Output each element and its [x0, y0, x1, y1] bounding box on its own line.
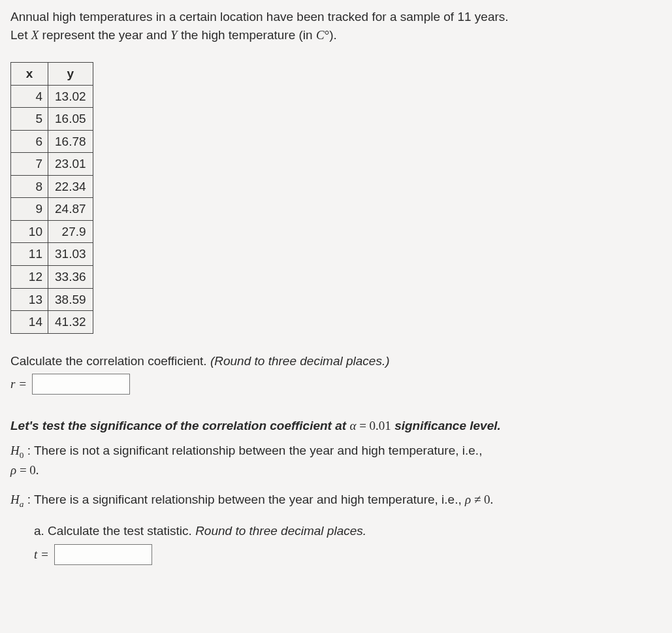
corr-prompt-text: Calculate the correlation coefficient. [10, 354, 210, 368]
cell-y: 33.36 [48, 266, 93, 289]
cell-y: 16.78 [48, 130, 93, 153]
corr-var: r = [10, 375, 27, 393]
ha-colon: : [24, 493, 34, 506]
intro-line2-d: ). [329, 28, 337, 42]
correlation-answer-row: r = [10, 374, 662, 395]
cell-y: 22.34 [48, 175, 93, 198]
t-var: t = [34, 545, 49, 564]
intro-line1: Annual high temperatures in a certain lo… [10, 10, 509, 24]
t-stat-answer-row: t = [34, 544, 662, 565]
table-row: 924.87 [11, 198, 93, 221]
unit-c: C [316, 28, 325, 42]
corr-eq: = [15, 377, 27, 391]
h0-sym: H [10, 444, 20, 457]
var-y: Y [170, 28, 178, 42]
null-hypothesis: H0 : There is not a significant relation… [10, 442, 662, 479]
intro-line2-b: represent the year and [39, 28, 170, 42]
table-row: 1131.03 [11, 243, 93, 266]
cell-y: 24.87 [48, 198, 93, 221]
col-header-x: x [11, 63, 48, 86]
h0-eq: = [16, 463, 29, 477]
ha-rho: ρ [465, 493, 471, 506]
cell-x: 12 [11, 266, 48, 289]
h0-colon: : [24, 444, 34, 457]
cell-x: 5 [11, 108, 48, 131]
table-row: 1233.36 [11, 266, 93, 289]
cell-x: 6 [11, 130, 48, 153]
cell-y: 31.03 [48, 243, 93, 266]
cell-x: 7 [11, 153, 48, 176]
table-row: 616.78 [11, 130, 93, 153]
col-header-y: y [48, 63, 93, 86]
correlation-input[interactable] [32, 374, 130, 395]
h0-rho: ρ [10, 463, 16, 477]
part-a-label: a. Calculate the test statistic. [34, 524, 195, 538]
table-body: 413.02516.05616.78723.01822.34924.871027… [11, 85, 93, 333]
cell-y: 13.02 [48, 85, 93, 108]
alt-hypothesis: Ha : There is a significant relationship… [10, 491, 662, 510]
table-row: 413.02 [11, 85, 93, 108]
sig-val: 0.01 [370, 419, 391, 432]
sig-lead-a: Let's test the significance of the corre… [10, 419, 349, 432]
cell-x: 13 [11, 288, 48, 311]
t-statistic-input[interactable] [54, 544, 152, 565]
cell-x: 8 [11, 175, 48, 198]
significance-lead: Let's test the significance of the corre… [10, 417, 662, 435]
var-x: X [31, 28, 39, 42]
cell-x: 11 [11, 243, 48, 266]
table-row: 723.01 [11, 153, 93, 176]
cell-y: 27.9 [48, 220, 93, 243]
ha-neq: ≠ [471, 493, 484, 506]
part-a-prompt: a. Calculate the test statistic. Round t… [34, 522, 662, 540]
h0-text: There is not a significant relationship … [34, 444, 483, 457]
intro-line2-a: Let [10, 28, 31, 42]
intro-line2-c: the high temperature (in [178, 28, 316, 42]
problem-intro: Annual high temperatures in a certain lo… [10, 8, 662, 44]
cell-x: 4 [11, 85, 48, 108]
t-eq: = [37, 547, 49, 561]
correlation-prompt: Calculate the correlation coefficient. (… [10, 352, 662, 370]
sig-lead-b: significance level. [391, 419, 501, 432]
ha-text: There is a significant relationship betw… [34, 493, 465, 506]
cell-y: 16.05 [48, 108, 93, 131]
cell-x: 14 [11, 311, 48, 334]
table-row: 1027.9 [11, 220, 93, 243]
cell-y: 23.01 [48, 153, 93, 176]
cell-x: 9 [11, 198, 48, 221]
part-a: a. Calculate the test statistic. Round t… [10, 522, 662, 565]
ha-val: 0. [484, 493, 493, 506]
part-a-note: Round to three decimal places. [195, 524, 366, 538]
table-row: 1338.59 [11, 288, 93, 311]
ha-sym: H [10, 493, 20, 506]
cell-x: 10 [11, 220, 48, 243]
table-row: 822.34 [11, 175, 93, 198]
table-row: 516.05 [11, 108, 93, 131]
data-table: x y 413.02516.05616.78723.01822.34924.87… [10, 62, 93, 334]
h0-val: 0. [29, 463, 39, 477]
cell-y: 38.59 [48, 288, 93, 311]
table-header-row: x y [11, 63, 93, 86]
table-row: 1441.32 [11, 311, 93, 334]
sig-alpha: α [349, 419, 356, 432]
sig-eq: = [356, 419, 369, 432]
corr-prompt-note: (Round to three decimal places.) [210, 354, 390, 368]
cell-y: 41.32 [48, 311, 93, 334]
